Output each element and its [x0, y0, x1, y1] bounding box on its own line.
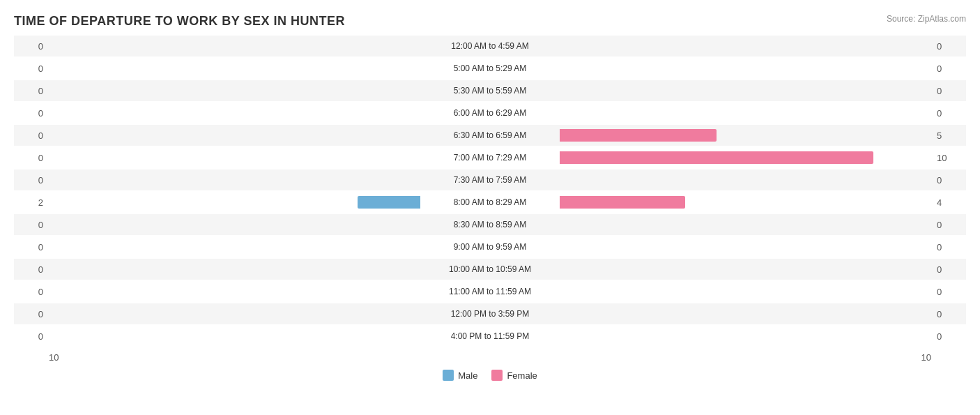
chart-title: TIME OF DEPARTURE TO WORK BY SEX IN HUNT…	[14, 14, 966, 29]
female-bar-container	[560, 263, 931, 276]
left-value: 0	[14, 86, 49, 96]
left-value: 2	[14, 197, 49, 208]
row-label: 12:00 AM to 4:59 AM	[420, 41, 560, 51]
table-row: 0 12:00 AM to 4:59 AM 0	[14, 36, 966, 56]
male-bar-container	[49, 129, 420, 142]
left-value: 0	[14, 287, 49, 297]
male-bar-container	[49, 151, 420, 164]
bar-section: 5:00 AM to 5:29 AM	[49, 62, 931, 75]
bar-section: 11:00 AM to 11:59 AM	[49, 285, 931, 298]
female-bar-container	[560, 151, 931, 164]
chart-area: 0 12:00 AM to 4:59 AM 0 0 5:00 AM to 5:2…	[14, 36, 966, 347]
right-value: 0	[931, 175, 966, 186]
table-row: 0 4:00 PM to 11:59 PM 0	[14, 326, 966, 347]
female-bar-container	[560, 285, 931, 298]
left-value: 0	[14, 63, 49, 74]
female-bar-container	[560, 129, 931, 142]
female-bar-container	[560, 241, 931, 253]
male-bar-container	[49, 84, 420, 97]
x-axis-right: 10	[711, 352, 932, 363]
male-bar-container	[49, 241, 420, 253]
right-value: 0	[931, 86, 966, 96]
row-label: 10:00 AM to 10:59 AM	[420, 264, 560, 274]
legend: Male Female	[14, 370, 966, 381]
male-bar-container	[49, 40, 420, 52]
source-label: Source: ZipAtlas.com	[887, 14, 966, 24]
female-bar	[560, 151, 873, 164]
bar-section: 5:30 AM to 5:59 AM	[49, 84, 931, 97]
row-label: 7:30 AM to 7:59 AM	[420, 175, 560, 185]
table-row: 0 11:00 AM to 11:59 AM 0	[14, 281, 966, 302]
left-value: 0	[14, 331, 49, 342]
left-value: 0	[14, 130, 49, 141]
table-row: 2 8:00 AM to 8:29 AM 4	[14, 192, 966, 213]
row-label: 5:30 AM to 5:59 AM	[420, 86, 560, 96]
male-bar-container	[49, 308, 420, 320]
x-axis-left: 10	[49, 352, 270, 363]
legend-male: Male	[443, 370, 477, 381]
table-row: 0 10:00 AM to 10:59 AM 0	[14, 259, 966, 280]
right-value: 0	[931, 331, 966, 342]
bar-section: 12:00 PM to 3:59 PM	[49, 308, 931, 320]
chart-container: TIME OF DEPARTURE TO WORK BY SEX IN HUNT…	[14, 14, 966, 381]
left-value: 0	[14, 153, 49, 163]
left-value: 0	[14, 108, 49, 119]
legend-male-box	[443, 370, 454, 381]
right-value: 0	[931, 63, 966, 74]
male-bar	[358, 196, 420, 209]
bar-section: 8:00 AM to 8:29 AM	[49, 196, 931, 209]
bar-section: 10:00 AM to 10:59 AM	[49, 263, 931, 276]
left-value: 0	[14, 242, 49, 252]
right-value: 5	[931, 130, 966, 141]
table-row: 0 8:30 AM to 8:59 AM 0	[14, 214, 966, 235]
left-value: 0	[14, 264, 49, 275]
row-label: 8:00 AM to 8:29 AM	[420, 197, 560, 207]
row-label: 5:00 AM to 5:29 AM	[420, 63, 560, 73]
table-row: 0 12:00 PM to 3:59 PM 0	[14, 303, 966, 324]
legend-female-label: Female	[507, 370, 537, 381]
bar-section: 8:30 AM to 8:59 AM	[49, 218, 931, 231]
left-value: 0	[14, 309, 49, 319]
row-label: 8:30 AM to 8:59 AM	[420, 220, 560, 229]
bar-section: 12:00 AM to 4:59 AM	[49, 40, 931, 52]
table-row: 0 7:00 AM to 7:29 AM 10	[14, 147, 966, 168]
row-label: 9:00 AM to 9:59 AM	[420, 242, 560, 252]
bar-section: 9:00 AM to 9:59 AM	[49, 241, 931, 253]
row-label: 6:00 AM to 6:29 AM	[420, 108, 560, 118]
table-row: 0 9:00 AM to 9:59 AM 0	[14, 236, 966, 257]
bar-section: 6:30 AM to 6:59 AM	[49, 129, 931, 142]
male-bar-container	[49, 263, 420, 276]
table-row: 0 6:30 AM to 6:59 AM 5	[14, 125, 966, 146]
legend-male-label: Male	[458, 370, 477, 381]
female-bar-container	[560, 218, 931, 231]
male-bar-container	[49, 62, 420, 75]
bar-section: 7:00 AM to 7:29 AM	[49, 151, 931, 164]
male-bar-container	[49, 285, 420, 298]
female-bar	[560, 196, 685, 209]
row-label: 11:00 AM to 11:59 AM	[420, 287, 560, 296]
legend-female-box	[491, 370, 503, 381]
row-label: 7:00 AM to 7:29 AM	[420, 153, 560, 163]
legend-female: Female	[491, 370, 537, 381]
female-bar-container	[560, 84, 931, 97]
right-value: 0	[931, 220, 966, 230]
male-bar-container	[49, 218, 420, 231]
table-row: 0 7:30 AM to 7:59 AM 0	[14, 169, 966, 190]
left-value: 0	[14, 175, 49, 186]
row-label: 12:00 PM to 3:59 PM	[420, 309, 560, 319]
table-row: 0 5:30 AM to 5:59 AM 0	[14, 80, 966, 101]
right-value: 0	[931, 242, 966, 252]
female-bar-container	[560, 107, 931, 119]
male-bar-container	[49, 174, 420, 186]
left-value: 0	[14, 220, 49, 230]
row-label: 4:00 PM to 11:59 PM	[420, 331, 560, 341]
table-row: 0 5:00 AM to 5:29 AM 0	[14, 58, 966, 79]
right-value: 0	[931, 287, 966, 297]
row-label: 6:30 AM to 6:59 AM	[420, 130, 560, 140]
right-value: 4	[931, 197, 966, 208]
male-bar-container	[49, 330, 420, 342]
female-bar-container	[560, 174, 931, 186]
table-row: 0 6:00 AM to 6:29 AM 0	[14, 103, 966, 123]
right-value: 0	[931, 41, 966, 52]
left-value: 0	[14, 41, 49, 52]
